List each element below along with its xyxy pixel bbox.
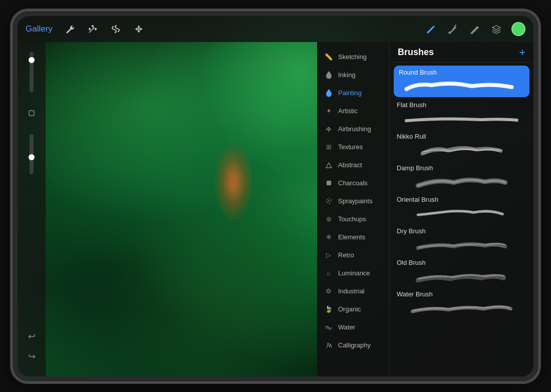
layers-icon[interactable] [489, 22, 503, 36]
brush-item-damp-brush[interactable]: Damp Brush [390, 161, 533, 193]
brush-item-oriental-brush[interactable]: Oriental Brush [390, 193, 533, 224]
brush-name-damp-brush: Damp Brush [397, 164, 526, 172]
wrench-icon[interactable] [63, 22, 77, 36]
stroke-preview-damp-brush [397, 174, 526, 190]
sketching-icon: ✏️ [324, 53, 333, 62]
category-textures[interactable]: ⊞ Textures [317, 138, 389, 156]
water-icon [324, 323, 333, 332]
category-luminance[interactable]: ☼ Luminance [317, 264, 389, 282]
svg-point-11 [329, 198, 330, 199]
toolbar-left-tools [63, 22, 146, 36]
category-painting[interactable]: Painting [317, 84, 389, 102]
brush-item-flat-brush[interactable]: Flat Brush [390, 98, 533, 130]
stroke-preview-round-brush [399, 78, 524, 94]
category-airbrushing[interactable]: Airbrushing [317, 120, 389, 138]
textures-icon: ⊞ [324, 143, 333, 152]
svg-point-4 [471, 32, 473, 34]
toolbar-right-tools [423, 22, 525, 36]
category-retro[interactable]: ▷ Retro [317, 246, 389, 264]
category-charcoals[interactable]: Charcoals [317, 174, 389, 192]
stroke-preview-water-brush [397, 300, 526, 316]
category-artistic[interactable]: ✦ Artistic [317, 102, 389, 120]
svg-point-0 [93, 28, 94, 29]
brush-name-round-brush: Round Brush [399, 69, 524, 76]
stroke-preview-nikko-rull [397, 142, 526, 158]
brush-panel-title: Brushes [398, 47, 434, 58]
brush-item-water-brush[interactable]: Water Brush [390, 287, 533, 319]
stroke-preview-flat-brush [397, 111, 526, 127]
gallery-button[interactable]: Gallery [26, 24, 53, 34]
svg-point-10 [327, 199, 328, 200]
category-abstract[interactable]: Abstract [317, 156, 389, 174]
brush-categories: ✏️ Sketching Inking Painting [317, 42, 390, 376]
brush-tool-icon[interactable] [445, 22, 459, 36]
brush-opacity-slider[interactable] [30, 134, 34, 174]
redo-button[interactable]: ↪ [24, 348, 40, 364]
category-spraypaints[interactable]: Spraypaints [317, 192, 389, 210]
brush-panel: ✏️ Sketching Inking Painting [317, 42, 533, 376]
calligraphy-icon [324, 341, 333, 350]
tablet-screen: Gallery [18, 16, 533, 376]
svg-rect-5 [29, 111, 34, 116]
brush-panel-header: Brushes + [390, 42, 533, 63]
brush-item-dry-brush[interactable]: Dry Brush [390, 224, 533, 256]
svg-point-12 [331, 199, 332, 200]
industrial-icon: ⚙ [324, 287, 333, 296]
brush-name-nikko-rull: Nikko Rull [397, 133, 526, 140]
category-water[interactable]: Water [317, 318, 389, 336]
top-toolbar: Gallery [18, 16, 533, 42]
brush-name-dry-brush: Dry Brush [397, 227, 526, 235]
brush-list: Round Brush Flat Brush [390, 63, 533, 321]
brush-name-flat-brush: Flat Brush [397, 101, 526, 109]
brush-item-nikko-rull[interactable]: Nikko Rull [390, 130, 533, 161]
category-elements[interactable]: ❄ Elements [317, 228, 389, 246]
svg-point-17 [329, 203, 330, 204]
stroke-preview-old-brush [397, 268, 526, 284]
svg-point-15 [330, 201, 331, 202]
brush-name-oriental-brush: Oriental Brush [397, 196, 526, 203]
inking-icon [324, 71, 333, 80]
smudge-sidebar-tool[interactable] [23, 104, 41, 122]
magic-wand-icon[interactable] [86, 22, 100, 36]
spraypaints-icon [324, 197, 333, 206]
left-sidebar: ↩ ↪ [18, 42, 46, 376]
brush-right-panel: Brushes + Round Brush [390, 42, 533, 376]
svg-line-3 [455, 25, 456, 26]
brush-item-old-brush[interactable]: Old Brush [390, 256, 533, 287]
artistic-icon: ✦ [324, 107, 333, 116]
painting-icon [324, 89, 333, 98]
stroke-preview-dry-brush [397, 237, 526, 253]
svg-rect-9 [327, 181, 331, 185]
category-organic[interactable]: 🍃 Organic [317, 300, 389, 318]
undo-button[interactable]: ↩ [24, 328, 40, 344]
retro-icon: ▷ [324, 251, 333, 260]
category-sketching[interactable]: ✏️ Sketching [317, 48, 389, 66]
abstract-icon [324, 161, 333, 170]
add-brush-button[interactable]: + [519, 47, 525, 58]
svg-marker-8 [326, 163, 332, 168]
elements-icon: ❄ [324, 233, 333, 242]
category-inking[interactable]: Inking [317, 66, 389, 84]
charcoals-icon [324, 179, 333, 188]
brush-name-old-brush: Old Brush [397, 259, 526, 266]
brush-size-slider[interactable] [30, 52, 34, 92]
brush-item-round-brush[interactable]: Round Brush [394, 66, 529, 97]
selection-icon[interactable] [109, 22, 123, 36]
svg-point-13 [326, 201, 327, 202]
category-calligraphy[interactable]: Calligraphy [317, 336, 389, 354]
tablet-frame: Gallery [10, 9, 541, 384]
organic-icon: 🍃 [324, 305, 333, 314]
transform-icon[interactable] [132, 22, 146, 36]
touchups-icon: ⊛ [324, 215, 333, 224]
category-industrial[interactable]: ⚙ Industrial [317, 282, 389, 300]
brush-name-water-brush: Water Brush [397, 290, 526, 298]
smudge-tool-icon[interactable] [467, 22, 481, 36]
stroke-preview-oriental-brush [397, 205, 526, 221]
svg-point-16 [327, 202, 328, 203]
color-swatch[interactable] [511, 22, 525, 36]
category-touchups[interactable]: ⊛ Touchups [317, 210, 389, 228]
pen-tool-icon[interactable] [423, 22, 437, 36]
svg-point-14 [328, 200, 329, 201]
luminance-icon: ☼ [324, 269, 333, 278]
airbrushing-icon [324, 125, 333, 134]
